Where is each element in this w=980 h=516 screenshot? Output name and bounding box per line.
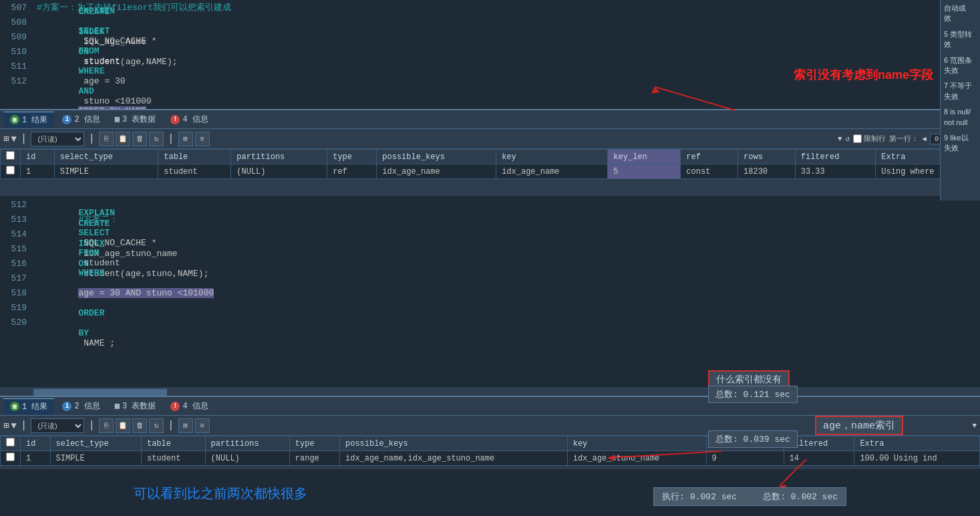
limit-checkbox[interactable] (853, 134, 862, 143)
prev-btn[interactable]: ◀ (922, 134, 927, 143)
info-icon-1: i (62, 115, 71, 124)
tab-label-tabledata-1: 3 表数据 (122, 114, 156, 125)
cell-select-type-2: SIMPLE (50, 451, 141, 466)
col-filtered: filtered (795, 150, 876, 164)
right-item-6: 9 like以失效 (944, 133, 977, 154)
result-table-container-2: id select_type table partitions type pos… (0, 436, 980, 469)
tabledata-icon-2: ▦ (115, 401, 120, 411)
col-extra-2: Extra (854, 436, 980, 451)
delete-btn-2[interactable]: 🗑 (132, 418, 147, 433)
tab-label-info2-2: 4 信息 (182, 400, 208, 412)
result-table-1: id select_type table partitions type pos… (0, 149, 980, 179)
cell-type-2: range (289, 451, 339, 466)
col-select-type-2: select_type (50, 436, 141, 451)
result-icon-2: ▦ (10, 402, 19, 411)
paste-btn-2[interactable]: 📋 (116, 418, 130, 433)
select-all-1[interactable] (6, 151, 15, 160)
editor-section-2: 512 513 #方案二： 514 515 CREATE INDEX idx_a… (0, 197, 940, 330)
col-type: type (327, 150, 377, 164)
toolbar-right-2: ▼ (972, 422, 977, 430)
tab-tabledata-2[interactable]: ▦ 3 表数据 (108, 398, 163, 414)
line-507: 507 #方案一：为了去掉filesort我们可以把索引建成 (0, 0, 940, 15)
tabs-bar-1: ▦ 1 结果 i 2 信息 ▦ 3 表数据 ! 4 信息 (0, 110, 980, 129)
tab-label-info-1: 2 信息 (74, 114, 100, 125)
cell-table: student (158, 164, 231, 179)
right-item-1: 自动或效 (944, 3, 977, 24)
cell-partitions-2: (NULL) (205, 451, 289, 466)
right-item-3: 6 范围条失效 (944, 55, 977, 76)
cell-rows: 18230 (738, 164, 796, 179)
paste-btn[interactable]: 📋 (116, 132, 130, 146)
scrollbar-thumb-1 (33, 389, 167, 396)
row-check-1[interactable] (6, 166, 15, 174)
right-item-4: 7 不等于失效 (944, 81, 977, 102)
result-table-2: id select_type table partitions type pos… (0, 436, 980, 466)
annotation-name-field: 索引没有考虑到name字段 (794, 67, 933, 83)
refresh-icon: ↺ (846, 134, 850, 143)
toolbar-icon-2b: ▼ (11, 420, 16, 431)
tab-label-result-2: 1 结果 (22, 401, 47, 412)
grid-view-btn-2[interactable]: ⊞ (178, 418, 193, 433)
scrollbar-1[interactable] (0, 388, 980, 396)
col-partitions-2: partitions (205, 436, 289, 451)
row-check-2[interactable] (6, 453, 15, 461)
col-check-2 (1, 436, 21, 451)
list-view-btn[interactable]: ≡ (195, 132, 210, 146)
col-key-len: key_len (608, 150, 681, 164)
toolbar-icon-grid: ⊞ (3, 133, 9, 144)
tab-info2-2[interactable]: ! 4 信息 (164, 398, 214, 414)
info-icon-2: i (62, 402, 71, 411)
cell-ref: const (681, 164, 738, 179)
col-possible-keys: possible_keys (377, 150, 496, 164)
col-key-2: key (567, 436, 706, 451)
col-id: id (21, 150, 55, 164)
refresh-btn[interactable]: ↻ (149, 132, 164, 146)
cell-possible-keys: idx_age_name (377, 164, 496, 179)
result-table-container-1: id select_type table partitions type pos… (0, 149, 980, 182)
readonly-select[interactable]: (只读) (31, 132, 84, 146)
select-all-2[interactable] (6, 438, 15, 446)
list-view-btn-2[interactable]: ≡ (195, 418, 210, 433)
readonly-select-2[interactable]: (只读) (31, 418, 84, 433)
delete-btn[interactable]: 🗑 (132, 132, 147, 146)
limit-label: 限制行 (853, 134, 886, 144)
col-ref: ref (681, 150, 738, 164)
cell-extra-2: 100.00 Using ind (854, 451, 980, 466)
result-panel-1: ▦ 1 结果 i 2 信息 ▦ 3 表数据 ! 4 信息 ⊞ ▼ | (只读) … (0, 109, 980, 196)
toolbar-icon-grid-2: ⊞ (3, 420, 9, 431)
cell-filtered: 33.33 (795, 164, 876, 179)
tab-info2-1[interactable]: ! 4 信息 (164, 112, 214, 128)
cell-filtered-2: 14 (784, 451, 854, 466)
grid-view-btn[interactable]: ⊞ (178, 132, 193, 146)
col-table-2: table (141, 436, 205, 451)
cell-possible-keys-2: idx_age_name,idx_age_stuno_name (339, 451, 567, 466)
col-id-2: id (21, 436, 51, 451)
cell-partitions: (NULL) (231, 164, 327, 179)
tab-label-info2-1: 4 信息 (182, 114, 208, 125)
cell-key: idx_age_name (496, 164, 608, 179)
tab-info-2[interactable]: i 2 信息 (55, 398, 106, 414)
tab-result-1[interactable]: ▦ 1 结果 (3, 112, 54, 128)
copy-btn-2[interactable]: ⎘ (99, 418, 114, 433)
cell-table-2: student (141, 451, 205, 466)
filter-icon-2: ▼ (972, 422, 977, 430)
right-item-2: 5 类型转效 (944, 29, 977, 50)
toolbar-icon-2: ▼ (11, 134, 16, 144)
cell-key-len-2: 9 (706, 451, 784, 466)
cell-id-2: 1 (21, 451, 51, 466)
tab-info-1[interactable]: i 2 信息 (55, 112, 106, 128)
copy-btn[interactable]: ⎘ (99, 132, 114, 146)
col-table: table (158, 150, 231, 164)
tooltip-total-1: 总数: 0.121 sec (708, 386, 798, 403)
editor-area: 507 #方案一：为了去掉filesort我们可以把索引建成 508 509 C… (0, 0, 980, 516)
filter-icon: ▼ (838, 135, 842, 143)
first-row-label: 第一行： (889, 134, 919, 144)
cell-type: ref (327, 164, 377, 179)
tab-tabledata-1[interactable]: ▦ 3 表数据 (108, 112, 163, 128)
bottom-annotation: 可以看到比之前两次都快很多 (134, 485, 307, 503)
toolbar-1: ⊞ ▼ | (只读) | ⎘ 📋 🗑 ↻ | ⊞ ≡ ▼ ↺ 限制行 第一行： … (0, 129, 980, 149)
tab-result-2[interactable]: ▦ 1 结果 (3, 398, 54, 414)
col-rows: rows (738, 150, 796, 164)
refresh-btn-2[interactable]: ↻ (149, 418, 164, 433)
tab-label-tabledata-2: 3 表数据 (122, 400, 156, 412)
